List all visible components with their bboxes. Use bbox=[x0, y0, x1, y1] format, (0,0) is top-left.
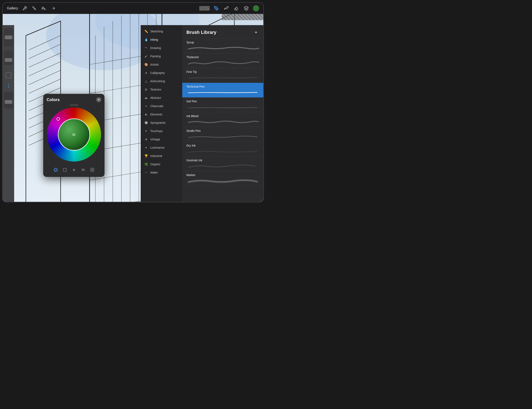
brush-item-fine-tip[interactable]: Fine Tip bbox=[182, 68, 263, 83]
color-secondary[interactable] bbox=[6, 73, 11, 78]
category-sketching[interactable]: ✏️ Sketching bbox=[141, 27, 182, 36]
brush-size-slider[interactable] bbox=[4, 28, 13, 47]
category-organic[interactable]: 🌿 Organic bbox=[141, 160, 182, 168]
category-calligraphy[interactable]: a Calligraphy bbox=[141, 69, 182, 77]
layers-tool-icon[interactable] bbox=[243, 5, 250, 12]
arrow-icon[interactable] bbox=[50, 5, 56, 11]
brush-library-panel: ✏️ Sketching 💧 Inking 〜 Drawing 🖌 Painti… bbox=[141, 25, 263, 202]
textures-icon: ⊞ bbox=[144, 87, 148, 91]
brush-item-ink-bleed[interactable]: Ink Bleed bbox=[182, 112, 263, 127]
panel-drag-handle bbox=[70, 105, 78, 105]
flow-slider[interactable] bbox=[4, 92, 13, 109]
gallery-button[interactable]: Gallery bbox=[7, 6, 18, 10]
brush-size-thumb bbox=[5, 36, 12, 39]
brush-name-dry-ink: Dry Ink bbox=[186, 144, 259, 147]
category-industrial[interactable]: 🏆 Industrial bbox=[141, 152, 182, 160]
brush-preview-fine-tip bbox=[186, 75, 259, 81]
color-wheel-inner bbox=[58, 118, 90, 151]
color-tab-palettes[interactable] bbox=[88, 166, 96, 173]
top-bar-left: Gallery bbox=[7, 5, 56, 11]
color-picker-close-button[interactable]: × bbox=[96, 97, 101, 102]
svg-rect-47 bbox=[90, 170, 92, 172]
brush-item-technical-pen[interactable]: Technical Pen bbox=[182, 83, 263, 98]
brush-item-gesinski-ink[interactable]: Gesinski Ink bbox=[182, 156, 263, 171]
category-charcoals[interactable]: ≡ Charcoals bbox=[141, 102, 182, 110]
category-drawing[interactable]: 〜 Drawing bbox=[141, 44, 182, 52]
svg-rect-46 bbox=[92, 168, 94, 170]
airbrushing-icon: △ bbox=[144, 79, 148, 83]
brush-preview-gesinski-ink bbox=[186, 163, 259, 169]
category-textures[interactable]: ⊞ Textures bbox=[141, 85, 182, 94]
svg-point-4 bbox=[216, 8, 217, 9]
vintage-icon: ★ bbox=[144, 137, 148, 141]
category-airbrushing[interactable]: △ Airbrushing bbox=[141, 77, 182, 85]
ipad-frame: Gallery bbox=[2, 2, 264, 202]
brush-name-syrup: Syrup bbox=[186, 41, 259, 44]
painting-icon: 🖌 bbox=[144, 54, 148, 58]
colors-panel: Colors × bbox=[43, 94, 104, 177]
brush-item-thylacine[interactable]: Thylacine bbox=[182, 53, 263, 68]
brush-preview-ink-bleed bbox=[186, 119, 259, 125]
brush-preview-syrup bbox=[186, 45, 259, 51]
brush-library-header: Brush Library + bbox=[182, 25, 263, 39]
brush-name-gel-pen: Gel Pen bbox=[186, 100, 259, 103]
color-picker-title: Colors bbox=[47, 97, 60, 102]
category-painting[interactable]: 🖌 Painting bbox=[141, 52, 182, 60]
brush-library-title: Brush Library bbox=[186, 30, 216, 35]
opacity-thumb bbox=[5, 58, 12, 62]
brush-preview-thylacine bbox=[186, 60, 259, 66]
category-water[interactable]: 〰 Water bbox=[141, 168, 182, 177]
color-picker-tabs bbox=[47, 164, 101, 173]
brush-item-marker[interactable]: Marker bbox=[182, 171, 263, 186]
brush-name-thylacine: Thylacine bbox=[186, 55, 259, 59]
brush-preview-technical-pen bbox=[186, 90, 259, 95]
flow-thumb bbox=[5, 100, 12, 104]
brush-categories: ✏️ Sketching 💧 Inking 〜 Drawing 🖌 Painti… bbox=[141, 25, 182, 202]
luminance-icon: ✦ bbox=[144, 145, 148, 150]
spraypaints-icon: 🔘 bbox=[144, 121, 148, 125]
svg-rect-41 bbox=[63, 168, 66, 172]
brush-item-gel-pen[interactable]: Gel Pen bbox=[182, 98, 263, 112]
category-spraypaints[interactable]: 🔘 Spraypaints bbox=[141, 118, 182, 127]
brush-name-technical-pen: Technical Pen bbox=[186, 85, 259, 88]
color-tab-gradient[interactable] bbox=[79, 166, 87, 173]
brush-name-ink-bleed: Ink Bleed bbox=[186, 114, 259, 118]
brush-preview-marker bbox=[186, 178, 259, 184]
brush-list: Brush Library + Syrup bbox=[182, 25, 263, 202]
brush-name-marker: Marker bbox=[186, 173, 259, 177]
category-abstract[interactable]: ⛰ Abstract bbox=[141, 94, 182, 102]
category-luminance[interactable]: ✦ Luminance bbox=[141, 144, 182, 152]
brush-item-dry-ink[interactable]: Dry Ink bbox=[182, 142, 263, 156]
opacity-slider[interactable] bbox=[4, 50, 13, 65]
eraser-tool-icon[interactable] bbox=[233, 5, 240, 12]
brush-preview-studio-pen bbox=[186, 134, 259, 139]
canvas-stripe bbox=[222, 14, 263, 20]
magic-icon[interactable] bbox=[31, 5, 37, 11]
brush-tool-icon[interactable] bbox=[223, 5, 230, 12]
industrial-icon: 🏆 bbox=[144, 154, 148, 158]
abstract-icon: ⛰ bbox=[144, 96, 148, 100]
left-sidebar bbox=[3, 25, 14, 202]
sidebar-expand-dots[interactable] bbox=[8, 83, 9, 89]
color-tab-disc[interactable] bbox=[52, 166, 59, 173]
pen-tool-icon[interactable] bbox=[213, 5, 220, 12]
brush-item-studio-pen[interactable]: Studio Pen bbox=[182, 127, 263, 142]
brush-add-button[interactable]: + bbox=[253, 29, 259, 36]
canvas-area[interactable]: ✏️ Sketching 💧 Inking 〜 Drawing 🖌 Painti… bbox=[3, 14, 263, 202]
category-touchups[interactable]: ✦ Touchups bbox=[141, 127, 182, 135]
smudge-icon[interactable] bbox=[41, 5, 47, 11]
category-elements[interactable]: ☯ Elements bbox=[141, 110, 182, 118]
color-wheel-container[interactable] bbox=[47, 108, 101, 162]
svg-point-39 bbox=[54, 168, 57, 172]
category-artistic[interactable]: 🎨 Artistic bbox=[141, 60, 182, 69]
color-wheel[interactable] bbox=[47, 108, 101, 162]
color-tab-harmony[interactable] bbox=[70, 166, 78, 173]
brush-item-syrup[interactable]: Syrup bbox=[182, 39, 263, 53]
color-tab-square[interactable] bbox=[61, 166, 69, 173]
category-vintage[interactable]: ★ Vintage bbox=[141, 135, 182, 144]
category-inking[interactable]: 💧 Inking bbox=[141, 36, 182, 44]
active-color[interactable] bbox=[253, 5, 259, 11]
calligraphy-icon: a bbox=[144, 71, 148, 75]
wrench-icon[interactable] bbox=[22, 5, 28, 11]
brush-preview-dry-ink bbox=[186, 148, 259, 154]
